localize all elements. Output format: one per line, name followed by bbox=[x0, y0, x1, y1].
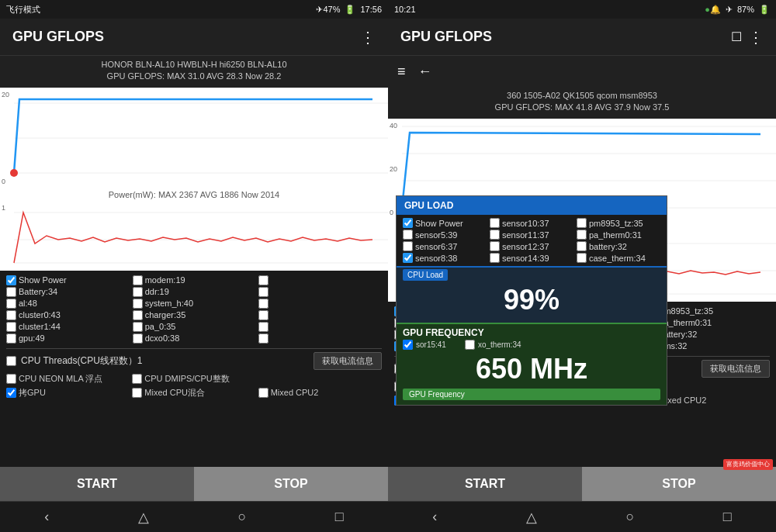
ocb-pa-therm[interactable]: pa_therm0:31 bbox=[577, 230, 660, 240]
cb-modem[interactable]: modem:19 bbox=[133, 275, 256, 285]
time: 17:56 bbox=[360, 5, 382, 14]
app-title-left: GPU GFLOPS bbox=[12, 29, 360, 45]
status-mode: 飞行模式 bbox=[6, 4, 316, 16]
ocb-sensor10[interactable]: sensor10:37 bbox=[490, 218, 573, 228]
opt-mixed1[interactable]: Mixed CPU混合 bbox=[132, 387, 255, 399]
nav-back-right[interactable]: ‹ bbox=[420, 504, 449, 530]
stop-btn-left[interactable]: STOP bbox=[194, 467, 388, 501]
overlay-cpu-load-row: CPU Load bbox=[403, 269, 660, 281]
cb-system-h[interactable]: system_h:40 bbox=[133, 299, 256, 309]
ocb-battery32[interactable]: battery:32 bbox=[577, 241, 660, 251]
cb-cluster0[interactable]: cluster0:43 bbox=[6, 310, 130, 320]
nav-bar-left: ‹ △ ○ □ bbox=[0, 501, 388, 532]
ocb-pm8953[interactable]: pm8953_tz:35 bbox=[577, 218, 660, 228]
opt-gpu[interactable]: 拷GPU bbox=[6, 387, 130, 399]
panel-left: 飞行模式 ✈ 47% 🔋 17:56 GPU GFLOPS ⋮ HONOR BL… bbox=[0, 0, 388, 532]
app-bar-right: GPU GFLOPS ☐ ⋮ bbox=[388, 19, 776, 56]
checkbox-grid-left: Show Power modem:19 Battery:34 ddr:19 al… bbox=[6, 275, 382, 344]
menu-icon-left[interactable]: ⋮ bbox=[360, 28, 376, 47]
overlay-cb-grid: Show Power sensor10:37 pm8953_tz:35 sens… bbox=[403, 218, 660, 263]
circle-icon: ● bbox=[705, 5, 710, 14]
fetch-btn-right[interactable]: 获取电流信息 bbox=[702, 360, 770, 378]
nav-back-left[interactable]: ‹ bbox=[32, 504, 61, 530]
ocb-sensor11[interactable]: sensor11:37 bbox=[490, 230, 573, 240]
gpu-load-pct: 99% bbox=[403, 281, 660, 320]
cb-gpu[interactable]: gpu:49 bbox=[6, 333, 130, 344]
cpu-threads-label: CPU Threads(CPU线程数）1 bbox=[21, 354, 142, 368]
ocb-sensor8[interactable]: sensor8:38 bbox=[403, 253, 487, 263]
gflops-y-labels: 20 0 bbox=[0, 88, 11, 188]
battery-pct: 47% bbox=[323, 5, 340, 14]
ocb-show-power[interactable]: Show Power bbox=[403, 218, 487, 228]
gpu-freq-value: 650 MHz bbox=[403, 350, 660, 389]
ocb-xo-therm[interactable] bbox=[465, 340, 475, 350]
device-info-left: HONOR BLN-AL10 HWBLN-H hi6250 BLN-AL10 G… bbox=[0, 56, 388, 88]
gflops-chart-left: 20 0 0 100 200 300 400 bbox=[0, 88, 388, 188]
nav-circle-left[interactable]: ○ bbox=[225, 504, 258, 530]
app-title-right: GPU GFLOPS bbox=[400, 29, 731, 45]
airplane-icon: ✈ bbox=[316, 5, 323, 15]
gflops-svg-left bbox=[0, 88, 388, 188]
cb-col3-r5[interactable] bbox=[258, 322, 382, 332]
device-line1: HONOR BLN-AL10 HWBLN-H hi6250 BLN-AL10 bbox=[12, 59, 376, 71]
cpu-load-badge: CPU Load bbox=[403, 269, 448, 281]
start-btn-left[interactable]: START bbox=[0, 467, 194, 501]
back-arrow-icon[interactable]: ← bbox=[415, 60, 435, 83]
watermark: 富贵鸡价值中心 bbox=[723, 459, 773, 470]
device-line1-right: 360 1505-A02 QK1505 qcom msm8953 bbox=[400, 90, 764, 102]
cb-col3-r4[interactable] bbox=[258, 310, 382, 320]
power-info-left: Power(mW): MAX 2367 AVG 1886 Now 2014 bbox=[0, 188, 388, 201]
device-line2: GPU GFLOPS: MAX 31.0 AVG 28.3 Now 28.2 bbox=[12, 71, 376, 82]
overlay-sensor15-row: sor15:41 xo_therm:34 bbox=[403, 340, 660, 350]
menu-icon-right[interactable]: ⋮ bbox=[748, 28, 764, 47]
cb-dcxo0[interactable]: dcxo0:38 bbox=[133, 333, 256, 344]
cb-col3-r3[interactable] bbox=[258, 299, 382, 309]
ocb-case-therm[interactable]: case_therm:34 bbox=[577, 253, 660, 263]
bottom-btns-right: START STOP bbox=[388, 467, 776, 501]
nav-triangle-left[interactable]: △ bbox=[126, 504, 161, 530]
battery-icon: 🔋 bbox=[345, 5, 355, 15]
panel-right: 10:21 ● 🔔 ✈ 87% 🔋 GPU GFLOPS ☐ ⋮ ≡ ← 360… bbox=[388, 0, 776, 532]
opt-mixed2[interactable]: Mixed CPU2 bbox=[258, 387, 382, 399]
gpu-overlay: GPU LOAD Show Power sensor10:37 pm8953_t… bbox=[396, 195, 667, 406]
nav-circle-right[interactable]: ○ bbox=[613, 504, 646, 530]
fetch-btn-left[interactable]: 获取电流信息 bbox=[314, 352, 382, 370]
device-info-right: 360 1505-A02 QK1505 qcom msm8953 GPU GFL… bbox=[388, 87, 776, 119]
power-chart-left: 1 0 50 100 150 200 250 300 350 40 bbox=[0, 201, 388, 271]
cpu-threads-row-left: CPU Threads(CPU线程数）1 获取电流信息 bbox=[6, 352, 382, 370]
ocb-sensor12[interactable]: sensor12:37 bbox=[490, 241, 573, 251]
start-btn-right[interactable]: START bbox=[388, 467, 582, 501]
cb-show-power[interactable]: Show Power bbox=[6, 275, 130, 285]
gpu-freq-label-header: GPU FREQUENCY bbox=[403, 327, 484, 338]
cb-al[interactable]: al:48 bbox=[6, 299, 130, 309]
ocb-sensor5[interactable]: sensor5:39 bbox=[403, 230, 487, 240]
cb-col3-r6[interactable] bbox=[258, 333, 382, 344]
nav-square-left[interactable]: □ bbox=[323, 504, 356, 530]
screen-icon[interactable]: ☐ bbox=[731, 29, 742, 44]
ocb-sensor15[interactable] bbox=[403, 340, 413, 350]
cb-pa0[interactable]: pa_0:35 bbox=[133, 322, 256, 332]
opt-dmips[interactable]: CPU DMIPS/CPU整数 bbox=[132, 373, 255, 385]
cb-charger[interactable]: charger:35 bbox=[133, 310, 256, 320]
hamburger-icon[interactable]: ≡ bbox=[394, 60, 409, 83]
stop-btn-right[interactable]: STOP bbox=[582, 467, 776, 501]
cb-cluster1[interactable]: cluster1:44 bbox=[6, 322, 130, 332]
device-line2-right: GPU GFLOPS: MAX 41.8 AVG 37.9 Now 37.5 bbox=[400, 102, 764, 113]
battery-icon2: 🔋 bbox=[759, 5, 770, 15]
gpu-freq-badge: GPU Frequency bbox=[403, 389, 660, 400]
cb-battery34[interactable]: Battery:34 bbox=[6, 287, 130, 297]
opt-neon[interactable]: CPU NEON MLA 浮点 bbox=[6, 373, 130, 385]
overlay-freq-header: GPU FREQUENCY bbox=[403, 327, 660, 338]
cb-cpu-threads[interactable] bbox=[6, 356, 16, 366]
battery-pct2: 87% bbox=[737, 5, 754, 14]
nav-triangle-right[interactable]: △ bbox=[514, 504, 549, 530]
nav-square-right[interactable]: □ bbox=[711, 504, 744, 530]
cb-col3-r2[interactable] bbox=[258, 287, 382, 297]
cb-col3-r1[interactable] bbox=[258, 275, 382, 285]
ocb-sensor14[interactable]: sensor14:39 bbox=[490, 253, 573, 263]
gpu-load-label: GPU LOAD bbox=[404, 200, 453, 211]
alarm-icon: 🔔 bbox=[710, 5, 721, 15]
cb-ddr[interactable]: ddr:19 bbox=[133, 287, 256, 297]
ocb-sensor6[interactable]: sensor6:37 bbox=[403, 241, 487, 251]
status-bar-right: 10:21 ● 🔔 ✈ 87% 🔋 bbox=[388, 0, 776, 19]
